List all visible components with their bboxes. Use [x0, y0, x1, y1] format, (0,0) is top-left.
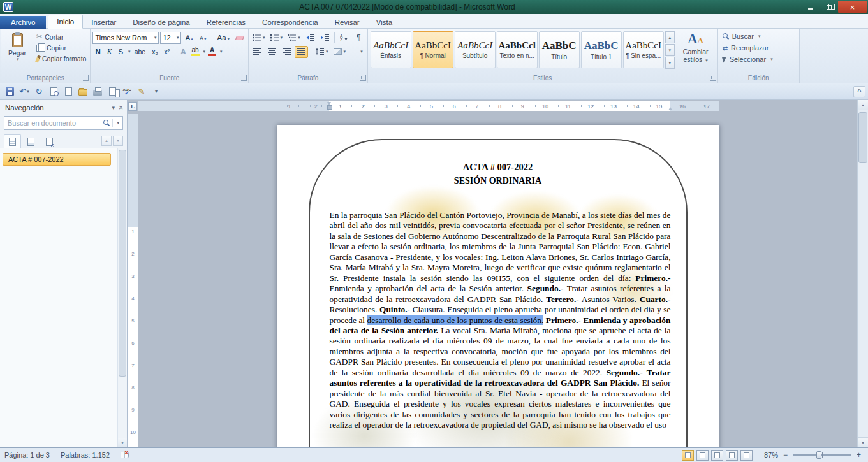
shrink-font-button[interactable]: A▾: [197, 33, 209, 43]
zoom-out-button[interactable]: −: [781, 451, 790, 459]
underline-dropdown-icon[interactable]: ▾: [128, 49, 131, 54]
find-button[interactable]: Buscar ▾: [720, 31, 797, 42]
undo-button[interactable]: ↶ ▾: [17, 85, 31, 98]
tab-vista[interactable]: Vista: [368, 16, 401, 29]
styles-scroll-up-button[interactable]: ▴: [665, 31, 675, 43]
vertical-ruler[interactable]: 12345678910: [128, 112, 138, 447]
font-dialog-launcher[interactable]: [241, 75, 247, 81]
line-spacing-button[interactable]: ▾: [314, 46, 330, 58]
navigation-close-button[interactable]: ×: [119, 103, 123, 112]
scroll-down-button[interactable]: ▾: [858, 437, 868, 447]
change-case-button[interactable]: Aa▾: [215, 32, 233, 43]
save-button[interactable]: ▾: [3, 85, 17, 98]
bold-button[interactable]: N: [92, 47, 103, 57]
text-effects-button[interactable]: A: [178, 47, 188, 57]
tab-archivo[interactable]: Archivo: [0, 16, 46, 29]
styles-gallery-expand-button[interactable]: ▾: [665, 57, 675, 69]
borders-button[interactable]: ▾: [349, 46, 365, 58]
clipboard-dialog-launcher[interactable]: [83, 75, 89, 81]
paste-button[interactable]: Pegar ▾: [3, 31, 32, 63]
previous-heading-button[interactable]: ▴: [101, 136, 112, 146]
show-paragraph-marks-button[interactable]: ¶: [352, 32, 365, 44]
tab-insertar[interactable]: Insertar: [83, 16, 124, 29]
zoom-thumb[interactable]: [816, 451, 821, 459]
scroll-down-button[interactable]: ▾: [118, 438, 127, 447]
style-item[interactable]: AaBbCcI ¶ Normal: [413, 31, 453, 68]
font-color-dropdown-icon[interactable]: ▾: [220, 49, 223, 54]
next-heading-button[interactable]: ▾: [113, 136, 123, 146]
clear-formatting-button[interactable]: [233, 34, 246, 41]
search-icon[interactable]: [103, 120, 110, 126]
highlight-color-button[interactable]: ab: [190, 47, 201, 57]
tab-inicio[interactable]: Inicio: [48, 15, 83, 29]
web-layout-view-button[interactable]: [711, 450, 723, 461]
underline-button[interactable]: S: [115, 47, 126, 57]
vertical-scrollbar[interactable]: ▴ ▾: [857, 100, 868, 447]
style-item[interactable]: AaBbC Título: [539, 31, 580, 68]
close-button[interactable]: ×: [838, 1, 867, 13]
replace-button[interactable]: ⇄ Reemplazar: [720, 42, 797, 54]
style-item[interactable]: AaBbCcI ¶ Sin espa...: [623, 31, 664, 68]
browse-pages-tab[interactable]: [22, 134, 40, 148]
draft-view-button[interactable]: [740, 450, 753, 461]
paragraph-dialog-launcher[interactable]: [360, 75, 366, 81]
styles-scroll-down-button[interactable]: ▾: [665, 44, 675, 56]
draw-button[interactable]: ✎ ▾: [135, 85, 149, 98]
grow-font-button[interactable]: A▴: [182, 32, 195, 43]
numbering-button[interactable]: ▾: [268, 32, 285, 44]
tab-diseno-de-pagina[interactable]: Diseño de página: [124, 16, 198, 29]
italic-button[interactable]: K: [105, 47, 115, 57]
search-dropdown-icon[interactable]: ▾: [117, 120, 119, 126]
format-painter-button[interactable]: Copiar formato: [34, 54, 88, 63]
align-left-button[interactable]: [251, 46, 264, 58]
browse-results-tab[interactable]: [41, 134, 58, 148]
justify-button[interactable]: [295, 46, 308, 58]
print-button[interactable]: ▾: [91, 85, 105, 98]
increase-indent-button[interactable]: [318, 32, 332, 44]
open-button[interactable]: ▾: [76, 85, 90, 98]
styles-dialog-launcher[interactable]: [710, 75, 716, 81]
center-button[interactable]: [265, 46, 279, 58]
redo-button[interactable]: ↻ ▾: [32, 85, 46, 98]
document-body-paragraph[interactable]: En la parroquia San Plácido del Cantón P…: [330, 210, 671, 431]
document-page[interactable]: ACTA # 007-2022 SESIÓN ORDINARIA En la p…: [277, 125, 719, 447]
style-item[interactable]: AaBbC Título 1: [581, 31, 622, 68]
word-app-icon[interactable]: W: [3, 2, 13, 12]
print-preview-button[interactable]: ▾: [47, 85, 61, 98]
browse-headings-tab[interactable]: [4, 134, 21, 148]
subscript-button[interactable]: x₂: [149, 47, 160, 57]
two-page-view-button[interactable]: ▾: [105, 85, 119, 98]
indent-marker-left[interactable]: [327, 102, 332, 110]
sort-button[interactable]: AZ: [337, 32, 351, 44]
shading-button[interactable]: ▾: [332, 46, 348, 58]
font-color-button[interactable]: A: [207, 47, 217, 57]
zoom-level[interactable]: 87%: [760, 451, 778, 459]
align-right-button[interactable]: [280, 46, 293, 58]
copy-button[interactable]: Copiar: [34, 43, 88, 52]
scrollbar-thumb[interactable]: [858, 112, 867, 163]
bullets-button[interactable]: ▾: [251, 32, 267, 44]
select-button[interactable]: Seleccionar ▾: [720, 54, 797, 65]
proofing-errors-indicator[interactable]: ×: [121, 452, 133, 459]
navigation-options-dropdown[interactable]: ▾: [112, 105, 115, 111]
print-layout-view-button[interactable]: [682, 450, 694, 461]
document-content[interactable]: ACTA # 007-2022 SESIÓN ORDINARIA En la p…: [277, 125, 719, 431]
scroll-up-button[interactable]: ▴: [858, 100, 868, 110]
font-name-select[interactable]: Times New Rom▾: [92, 32, 159, 44]
tab-correspondencia[interactable]: Correspondencia: [254, 16, 327, 29]
restore-button[interactable]: [820, 1, 838, 13]
new-document-button[interactable]: ▾: [61, 85, 75, 98]
highlight-dropdown-icon[interactable]: ▾: [203, 49, 206, 54]
style-item[interactable]: AaBbCcl Texto en n...: [497, 31, 538, 68]
collapse-ribbon-button[interactable]: ^: [853, 86, 865, 97]
document-search-box[interactable]: Buscar en documento ▾: [4, 116, 123, 130]
style-item[interactable]: AaBbCcI Subtítulo: [455, 31, 496, 68]
tab-referencias[interactable]: Referencias: [198, 16, 254, 29]
superscript-button[interactable]: x²: [161, 47, 172, 57]
horizontal-ruler[interactable]: 12 123456789101112131415 1617: [138, 101, 719, 111]
spelling-button[interactable]: ABC ▾: [120, 85, 134, 98]
navigation-scrollbar[interactable]: ▾: [117, 148, 127, 447]
scrollbar-thumb[interactable]: [119, 150, 126, 377]
more-commands-button[interactable]: ▾ ▾: [149, 85, 163, 98]
word-count[interactable]: Palabras: 1.152: [61, 451, 110, 459]
